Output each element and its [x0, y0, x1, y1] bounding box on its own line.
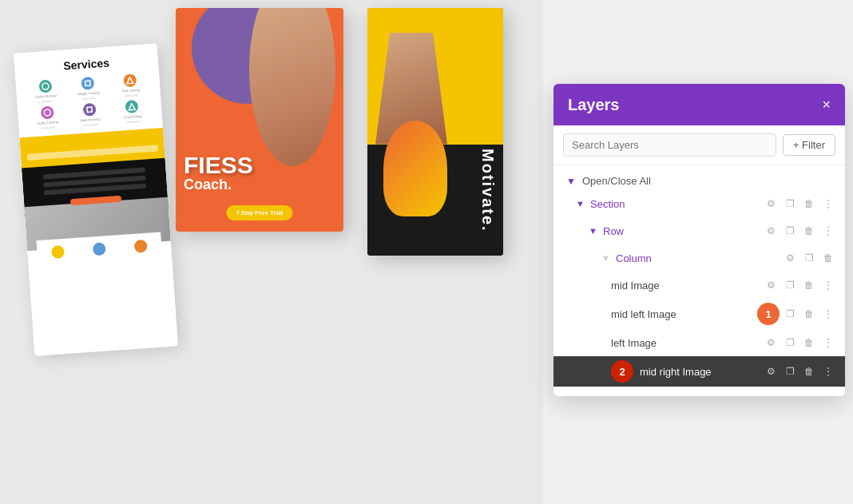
services-grid: Cardio Workout Lorem ipsum Weight Traini…: [25, 73, 153, 131]
service-item: Meal Planning Lorem ipsum: [69, 102, 110, 128]
column-copy-icon[interactable]: ❐: [802, 251, 816, 265]
canvas-area: Services Cardio Workout Lorem ipsum Weig…: [0, 0, 543, 504]
section-label: Section: [590, 198, 764, 210]
motivate-bottom: Motivate.: [367, 145, 503, 256]
layers-tree: ▼ Open/Close All ▼ Section ⚙ ❐ 🗑 ⋮ ▼ Row…: [553, 165, 845, 396]
svg-point-0: [42, 83, 49, 90]
row-gear-icon[interactable]: ⚙: [764, 224, 778, 238]
mid-left-image-dots-icon[interactable]: ⋮: [821, 307, 835, 321]
section-trash-icon[interactable]: 🗑: [802, 196, 816, 211]
open-close-label: Open/Close All: [582, 175, 651, 187]
mid-image-label: mid Image: [611, 280, 764, 292]
card-motivate: Motivate.: [367, 8, 503, 256]
mid-image-dots-icon[interactable]: ⋮: [821, 278, 835, 292]
left-image-actions: ⚙ ❐ 🗑 ⋮: [764, 335, 835, 350]
motivate-shape: [383, 121, 447, 216]
section-gear-icon[interactable]: ⚙: [764, 196, 778, 211]
services-title: Services: [24, 54, 149, 75]
column-label: Column: [616, 252, 783, 264]
layer-column-row[interactable]: ▼ Column ⚙ ❐ 🗑: [553, 244, 845, 272]
service-item: Weight Training Lorem ipsum: [68, 76, 109, 101]
layer-mid-image-row[interactable]: mid Image ⚙ ❐ 🗑 ⋮: [553, 272, 845, 299]
card-fitness: FIESS Coach. 7 Day Free Trail: [176, 8, 343, 232]
row-copy-icon[interactable]: ❐: [783, 224, 797, 238]
column-trash-icon[interactable]: 🗑: [821, 251, 835, 265]
column-actions: ⚙ ❐ 🗑: [783, 251, 835, 265]
left-image-label: left Image: [611, 337, 764, 349]
section-toggle-arrow: ▼: [576, 199, 585, 208]
fitness-top: FIESS Coach. 7 Day Free Trail: [176, 8, 343, 232]
layer-row-row[interactable]: ▼ Row ⚙ ❐ 🗑 ⋮: [553, 217, 845, 244]
row-label: Row: [603, 225, 764, 237]
mid-image-copy-icon[interactable]: ❐: [783, 278, 797, 292]
service-item: Cardio Workout Lorem ipsum: [25, 78, 65, 104]
mid-left-image-trash-icon[interactable]: 🗑: [802, 307, 816, 321]
mid-right-image-trash-icon[interactable]: 🗑: [802, 364, 816, 379]
layers-search-input[interactable]: [563, 133, 776, 157]
layers-panel-title: Layers: [568, 96, 620, 114]
open-close-all-row[interactable]: ▼ Open/Close All: [553, 172, 845, 190]
fitness-cta: 7 Day Free Trail: [226, 205, 292, 220]
fitness-coach-label: Coach.: [184, 177, 232, 193]
column-gear-icon[interactable]: ⚙: [783, 251, 797, 265]
layers-header: Layers ×: [553, 84, 845, 125]
motivate-text: Motivate.: [478, 149, 497, 232]
service-item: Goal Setting Lorem ipsum: [110, 73, 151, 98]
svg-rect-1: [85, 81, 90, 85]
left-image-copy-icon[interactable]: ❐: [783, 335, 797, 350]
row-trash-icon[interactable]: 🗑: [802, 224, 816, 238]
badge-1: 1: [757, 303, 780, 325]
row-actions: ⚙ ❐ 🗑 ⋮: [764, 224, 835, 238]
svg-marker-2: [127, 77, 134, 84]
left-image-dots-icon[interactable]: ⋮: [821, 335, 835, 350]
row-dots-icon[interactable]: ⋮: [821, 224, 835, 238]
mid-right-image-label: mid right Image: [640, 366, 764, 378]
mid-left-image-actions: ❐ 🗑 ⋮: [783, 307, 835, 321]
layers-panel: Layers × + Filter ▼ Open/Close All ▼ Sec…: [553, 84, 845, 396]
mid-left-image-label: mid left Image: [611, 308, 754, 320]
column-toggle-arrow: ▼: [601, 253, 611, 263]
layer-mid-right-image-row[interactable]: 2 mid right Image ⚙ ❐ 🗑 ⋮: [553, 356, 845, 387]
left-image-trash-icon[interactable]: 🗑: [802, 335, 816, 350]
open-close-arrow: ▼: [566, 176, 576, 187]
section-copy-icon[interactable]: ❐: [783, 196, 797, 211]
layer-section-row[interactable]: ▼ Section ⚙ ❐ 🗑 ⋮: [553, 190, 845, 217]
svg-marker-5: [129, 103, 136, 110]
layers-close-button[interactable]: ×: [822, 97, 831, 112]
mid-right-image-dots-icon[interactable]: ⋮: [821, 364, 835, 379]
row-toggle-arrow: ▼: [589, 226, 598, 236]
mid-right-image-gear-icon[interactable]: ⚙: [764, 364, 778, 379]
mid-right-image-actions: ⚙ ❐ 🗑 ⋮: [764, 364, 835, 379]
service-item: Goal Setting Lorem ipsum: [112, 99, 153, 125]
layer-left-image-row[interactable]: left Image ⚙ ❐ 🗑 ⋮: [553, 329, 845, 356]
section-dots-icon[interactable]: ⋮: [821, 196, 835, 211]
mid-left-image-copy-icon[interactable]: ❐: [783, 307, 797, 321]
layer-mid-left-image-row[interactable]: mid left Image 1 ❐ 🗑 ⋮: [553, 299, 845, 329]
mid-image-actions: ⚙ ❐ 🗑 ⋮: [764, 278, 835, 292]
mid-image-trash-icon[interactable]: 🗑: [802, 278, 816, 292]
service-item: Agility Training Lorem ipsum: [27, 105, 68, 130]
layers-search-row: + Filter: [553, 125, 845, 165]
badge-2: 2: [611, 360, 633, 383]
section-actions: ⚙ ❐ 🗑 ⋮: [764, 196, 835, 211]
svg-rect-4: [87, 107, 92, 112]
mid-right-image-copy-icon[interactable]: ❐: [783, 364, 797, 379]
svg-point-3: [44, 109, 51, 117]
layers-filter-button[interactable]: + Filter: [783, 134, 835, 156]
motivate-top: [367, 8, 503, 145]
left-image-gear-icon[interactable]: ⚙: [764, 335, 778, 350]
card-services: Services Cardio Workout Lorem ipsum Weig…: [14, 43, 178, 356]
mid-image-gear-icon[interactable]: ⚙: [764, 278, 778, 292]
